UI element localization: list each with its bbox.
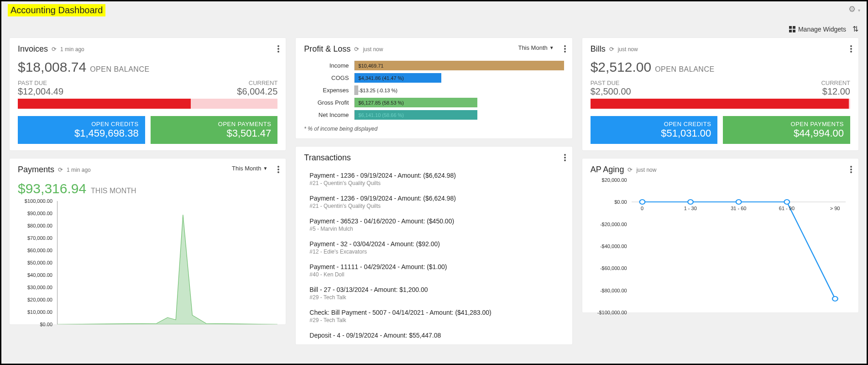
- transaction-line1: Check: Bill Payment - 5007 - 04/14/2021 …: [309, 309, 564, 316]
- pl-row-label: Net Income: [304, 111, 354, 118]
- y-tick: $20,000.00: [27, 297, 52, 302]
- card-menu-icon[interactable]: [564, 153, 566, 164]
- invoices-open-balance-amount: $18,008.74: [18, 59, 86, 75]
- x-label: 61 - 90: [779, 206, 795, 211]
- pl-title: Profit & Loss: [304, 44, 350, 54]
- card-menu-icon[interactable]: [277, 44, 279, 55]
- transaction-line1: Payment - 1236 - 09/19/2024 - Amount: ($…: [309, 195, 564, 202]
- transaction-line1: Payment - 1236 - 09/19/2024 - Amount: ($…: [309, 172, 564, 179]
- open-payments-label: OPEN PAYMENTS: [157, 121, 272, 127]
- bills-open-balance-amount: $2,512.00: [591, 59, 651, 75]
- invoices-refresh-text: 1 min ago: [60, 46, 84, 53]
- refresh-icon[interactable]: ⟳: [52, 46, 57, 53]
- card-menu-icon[interactable]: [564, 44, 566, 55]
- y-tick: $0.00: [614, 199, 627, 205]
- y-tick: $0.00: [40, 322, 52, 327]
- sort-icon[interactable]: ⇅: [852, 25, 858, 33]
- y-tick: $50,000.00: [27, 260, 52, 265]
- open-credits-amount: $51,031.00: [597, 127, 711, 139]
- payments-period-select[interactable]: This Month▼: [232, 165, 267, 172]
- card-menu-icon[interactable]: [850, 165, 852, 175]
- transaction-line2: #21 - Quentin's Quality Quilts: [309, 180, 564, 186]
- grid-icon: [789, 26, 795, 32]
- settings-gear-icon[interactable]: ⚙ ▾: [848, 4, 860, 14]
- invoices-open-balance-label: OPEN BALANCE: [90, 65, 149, 74]
- transaction-item[interactable]: Bill - 27 - 03/13/2024 - Amount: $1,200.…: [304, 282, 564, 305]
- transaction-item[interactable]: Payment - 36523 - 04/16/2020 - Amount: (…: [304, 214, 564, 237]
- svg-rect-1: [793, 26, 795, 29]
- payments-title: Payments: [18, 165, 54, 175]
- ap-aging-title: AP Aging: [591, 165, 624, 175]
- svg-point-5: [639, 200, 645, 204]
- card-menu-icon[interactable]: [277, 165, 279, 175]
- transaction-line2: #29 - Tech Talk: [309, 317, 564, 323]
- pl-row: Expenses-$13.25 (-0.13 %): [304, 84, 564, 96]
- svg-point-7: [736, 200, 741, 204]
- transaction-line1: Payment - 36523 - 04/16/2020 - Amount: (…: [309, 217, 564, 225]
- y-tick: -$80,000.00: [600, 288, 627, 293]
- transaction-line1: Bill - 27 - 03/13/2024 - Amount: $1,200.…: [309, 286, 564, 293]
- card-bills: Bills ⟳ just now $2,512.00 OPEN BALANCE …: [582, 38, 858, 150]
- card-profit-loss: Profit & Loss ⟳ just now This Month▼ Inc…: [296, 38, 572, 138]
- refresh-icon[interactable]: ⟳: [354, 46, 359, 53]
- pl-period-select[interactable]: This Month▼: [518, 44, 554, 51]
- invoices-title: Invoices: [18, 44, 48, 54]
- open-credits-tile[interactable]: OPEN CREDITS $1,459,698.38: [18, 116, 145, 144]
- open-credits-label: OPEN CREDITS: [24, 121, 139, 127]
- x-label: 0: [641, 206, 643, 211]
- open-payments-tile[interactable]: OPEN PAYMENTS $3,501.47: [151, 116, 278, 144]
- y-tick: -$40,000.00: [600, 243, 627, 249]
- bills-open-credits-tile[interactable]: OPEN CREDITS $51,031.00: [591, 116, 718, 144]
- pl-row-label: Gross Profit: [304, 99, 354, 106]
- svg-rect-2: [789, 30, 792, 32]
- card-menu-icon[interactable]: [850, 44, 852, 55]
- transaction-line1: Payment - 32 - 03/04/2024 - Amount: ($92…: [309, 240, 564, 248]
- card-payments: Payments ⟳ 1 min ago This Month▼ $93,316…: [10, 159, 286, 324]
- manage-widgets-label: Manage Widgets: [798, 26, 846, 33]
- transaction-item[interactable]: Payment - 1236 - 09/19/2024 - Amount: ($…: [304, 191, 564, 214]
- past-due-label: PAST DUE: [591, 79, 620, 86]
- current-amount: $6,004.25: [237, 86, 277, 97]
- open-payments-amount: $44,994.00: [729, 127, 844, 139]
- pl-row-label: Income: [304, 62, 354, 69]
- svg-rect-0: [789, 26, 792, 29]
- card-transactions: Transactions Payment - 1236 - 09/19/2024…: [296, 147, 572, 344]
- refresh-icon[interactable]: ⟳: [58, 166, 63, 173]
- svg-rect-3: [793, 30, 795, 32]
- past-due-label: PAST DUE: [18, 79, 47, 86]
- current-label: CURRENT: [249, 79, 278, 86]
- bills-current-amount: $12.00: [822, 86, 850, 97]
- x-label: 1 - 30: [684, 206, 697, 211]
- y-tick: $100,000.00: [25, 198, 52, 204]
- bills-open-payments-tile[interactable]: OPEN PAYMENTS $44,994.00: [723, 116, 850, 144]
- transaction-item[interactable]: Check: Bill Payment - 5007 - 04/14/2021 …: [304, 305, 564, 328]
- y-tick: $10,000.00: [27, 309, 52, 315]
- y-tick: -$60,000.00: [600, 265, 627, 271]
- open-payments-amount: $3,501.47: [157, 127, 272, 139]
- pl-bar: $6,141.10 (58.66 %): [355, 110, 477, 120]
- y-tick: $20,000.00: [602, 177, 627, 183]
- transaction-item[interactable]: Deposit - 4 - 09/19/2024 - Amount: $55,4…: [304, 328, 564, 344]
- y-tick: $60,000.00: [27, 248, 52, 253]
- pl-footnote: * % of income being displayed: [304, 126, 564, 132]
- pl-row-label: Expenses: [304, 87, 354, 94]
- refresh-icon[interactable]: ⟳: [609, 46, 614, 53]
- refresh-icon[interactable]: ⟳: [627, 166, 633, 173]
- transaction-item[interactable]: Payment - 32 - 03/04/2024 - Amount: ($92…: [304, 237, 564, 259]
- transaction-line2: #12 - Edie's Excavators: [309, 249, 564, 255]
- pl-refresh-text: just now: [363, 46, 383, 53]
- bills-title: Bills: [591, 44, 606, 54]
- payments-refresh-text: 1 min ago: [67, 167, 91, 173]
- transaction-item[interactable]: Payment - 1236 - 09/19/2024 - Amount: ($…: [304, 168, 564, 191]
- manage-widgets-button[interactable]: Manage Widgets: [789, 26, 846, 33]
- card-invoices: Invoices ⟳ 1 min ago $18,008.74 OPEN BAL…: [10, 38, 286, 150]
- transaction-item[interactable]: Payment - 11111 - 04/29/2024 - Amount: (…: [304, 259, 564, 282]
- page-title: Accounting Dashboard: [8, 4, 105, 16]
- y-tick: $80,000.00: [27, 223, 52, 228]
- pl-row: Gross Profit$6,127.85 (58.53 %): [304, 96, 564, 109]
- transactions-title: Transactions: [304, 153, 350, 163]
- transaction-line1: Deposit - 4 - 09/19/2024 - Amount: $55,4…: [309, 332, 564, 339]
- card-ap-aging: AP Aging ⟳ just now $20,000.00$0.00-$20,…: [582, 159, 858, 312]
- transaction-line2: #5 - Marvin Mulch: [309, 226, 564, 232]
- pl-bar: $10,469.71: [355, 61, 564, 70]
